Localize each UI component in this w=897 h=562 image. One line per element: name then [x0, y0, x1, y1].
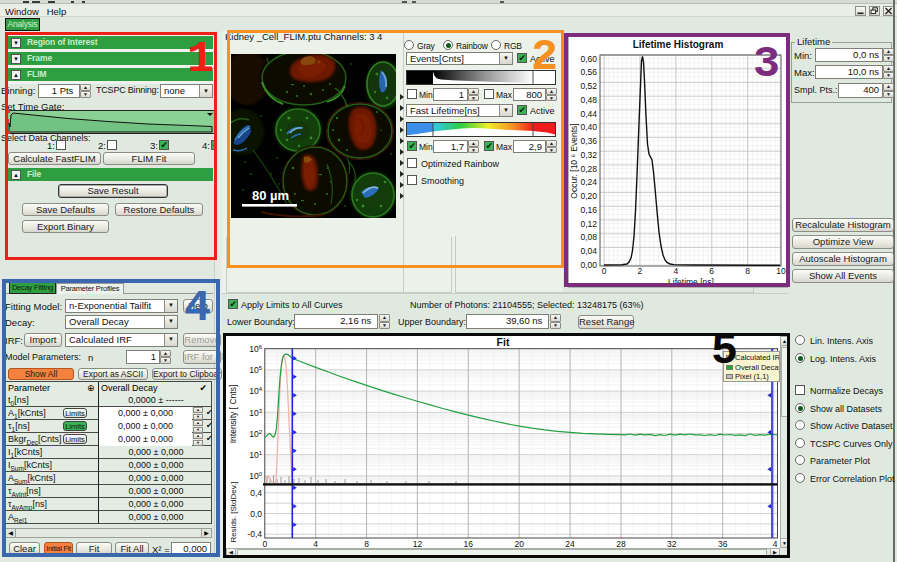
svg-text:80 µm: 80 µm	[252, 188, 289, 203]
svg-text:101: 101	[249, 450, 262, 460]
svg-text:10: 10	[776, 266, 786, 276]
svg-text:0,28: 0,28	[580, 164, 597, 174]
svg-text:-0,4: -0,4	[247, 529, 262, 539]
svg-text:0,4: 0,4	[250, 488, 262, 498]
svg-text:0,44: 0,44	[580, 109, 597, 119]
svg-text:4: 4	[673, 266, 678, 276]
svg-text:8: 8	[364, 539, 369, 549]
svg-text:20: 20	[514, 539, 524, 549]
svg-text:0,12: 0,12	[580, 219, 597, 229]
svg-text:102: 102	[249, 429, 262, 439]
svg-text:106: 106	[249, 344, 262, 354]
svg-text:6: 6	[709, 266, 714, 276]
svg-text:Fit: Fit	[497, 336, 510, 348]
svg-text:0,08: 0,08	[580, 232, 597, 242]
svg-text:2: 2	[638, 266, 643, 276]
svg-text:8: 8	[745, 266, 750, 276]
svg-text:0,04: 0,04	[580, 246, 597, 256]
svg-text:Occur. [10 ⁶ Events]: Occur. [10 ⁶ Events]	[569, 123, 579, 198]
svg-text:0,0: 0,0	[250, 509, 262, 519]
svg-text:0,36: 0,36	[580, 136, 597, 146]
svg-text:0,48: 0,48	[580, 95, 597, 105]
svg-text:36: 36	[718, 539, 728, 549]
svg-text:Lifetime Histogram: Lifetime Histogram	[633, 39, 724, 50]
svg-text:105: 105	[249, 365, 262, 375]
svg-text:0,52: 0,52	[580, 81, 597, 91]
svg-text:4: 4	[773, 539, 778, 549]
svg-text:32: 32	[667, 539, 677, 549]
svg-text:4: 4	[313, 539, 318, 549]
svg-text:24: 24	[565, 539, 575, 549]
svg-text:0: 0	[262, 539, 267, 549]
svg-text:100: 100	[249, 471, 262, 481]
svg-text:0,32: 0,32	[580, 150, 597, 160]
svg-text:0,40: 0,40	[580, 122, 597, 132]
svg-text:12: 12	[413, 539, 423, 549]
svg-text:16: 16	[464, 539, 474, 549]
svg-text:0,16: 0,16	[580, 205, 597, 215]
svg-text:0: 0	[602, 266, 607, 276]
svg-text:0,56: 0,56	[580, 67, 597, 77]
svg-text:104: 104	[249, 386, 262, 396]
svg-text:Intensity [ Cnts]: Intensity [ Cnts]	[228, 385, 238, 444]
svg-text:0,60: 0,60	[580, 54, 597, 64]
svg-text:Lifetime [ns]: Lifetime [ns]	[668, 277, 714, 287]
svg-text:0,00: 0,00	[580, 260, 597, 270]
svg-text:Resids. [StdDev.]: Resids. [StdDev.]	[229, 481, 238, 542]
svg-text:0,20: 0,20	[580, 191, 597, 201]
svg-text:103: 103	[249, 408, 262, 418]
svg-text:0,24: 0,24	[580, 177, 597, 187]
svg-text:28: 28	[616, 539, 626, 549]
